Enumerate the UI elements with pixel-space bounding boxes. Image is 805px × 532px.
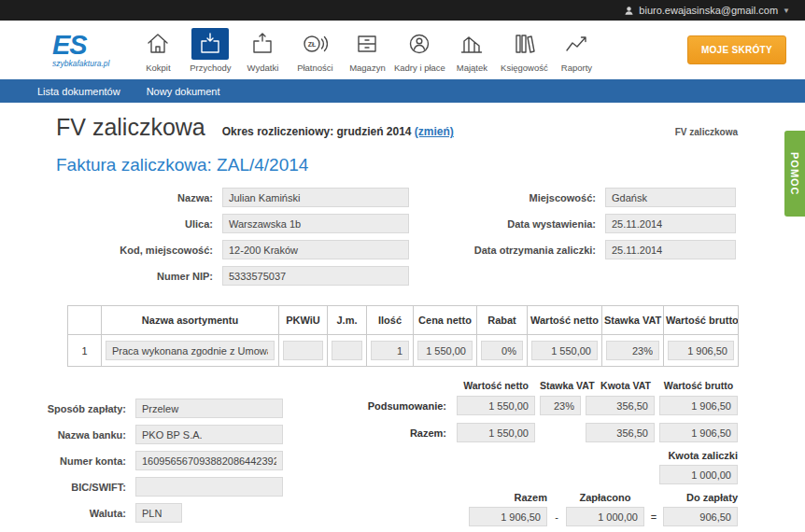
kwota-zaliczki-label: Kwota zaliczki (668, 450, 738, 461)
nazwa-banku-input[interactable] (135, 425, 283, 444)
nav-item-kadry[interactable]: Kadry i płace (393, 28, 445, 73)
svg-text:ZŁ: ZŁ (308, 41, 317, 48)
summary-col-netto: Wartość netto (457, 380, 535, 391)
totals-do-zaplaty-label: Do zapłaty (663, 492, 738, 503)
user-email: biuro.ewajasinska@gmail.com (639, 5, 778, 16)
col-header-pkwiu: PKWiU (279, 306, 328, 335)
nip-input[interactable] (222, 266, 409, 286)
kwota-zaliczki-label-row: Kwota zaliczki (368, 450, 738, 461)
podsumowanie-kwota-vat-input[interactable] (586, 396, 655, 415)
item-jm-input[interactable] (332, 341, 362, 360)
kod-miejscowosc-input[interactable] (222, 240, 409, 259)
data-wystawienia-input[interactable] (605, 214, 736, 233)
user-menu[interactable]: biuro.ewajasinska@gmail.com ▼ (624, 5, 790, 16)
totals-razem-input[interactable] (469, 507, 547, 526)
podsumowanie-label: Podsumowanie: (368, 400, 452, 412)
nip-label: Numer NIP: (56, 271, 222, 282)
subnav: Lista dokumentów Nowy dokument (0, 79, 805, 103)
billing-period: Okres rozliczeniowy: grudzień 2014 (zmie… (222, 125, 454, 138)
row-number: 1 (68, 335, 102, 367)
main-nav: Kokpit Przychody Wydatki ZŁ Płatności (132, 28, 602, 73)
payment-column: Sposób zapłaty: Nazwa banku: Numer konta… (0, 399, 283, 532)
kod-miejscowosc-label: Kod, miejscowość: (56, 245, 222, 256)
main-header: ES szybkafaktura.pl Kokpit Przychody Wyd… (0, 21, 805, 79)
nazwa-input[interactable] (222, 188, 409, 207)
logo[interactable]: ES szybkafaktura.pl (52, 32, 109, 68)
topbar: biuro.ewajasinska@gmail.com ▼ (0, 0, 805, 21)
billing-period-label: Okres rozliczeniowy: (222, 125, 333, 138)
nav-item-magazyn[interactable]: Magazyn (341, 28, 393, 73)
item-qty-input[interactable] (371, 341, 409, 360)
nazwa-banku-label: Nazwa banku: (0, 429, 135, 441)
user-icon (624, 6, 634, 16)
item-pkwiu-input[interactable] (283, 341, 323, 360)
podsumowanie-stawka-input[interactable] (540, 396, 581, 415)
nav-item-label: Kokpit (146, 63, 170, 73)
item-net-price-input[interactable] (417, 341, 473, 360)
miejscowosc-input[interactable] (605, 188, 736, 207)
waluta-input[interactable] (135, 503, 182, 523)
data-zaliczki-input[interactable] (605, 240, 736, 259)
item-vat-rate-input[interactable] (606, 341, 659, 360)
item-net-value-input[interactable] (531, 341, 598, 360)
summary-column: Wartość netto Stawka VAT Kwota VAT Warto… (368, 380, 738, 532)
bic-swift-label: BIC/SWIFT: (0, 482, 135, 493)
home-icon (139, 28, 177, 60)
nav-item-label: Wydatki (247, 63, 279, 73)
nav-item-platnosci[interactable]: ZŁ Płatności (289, 28, 341, 73)
my-shortcuts-button[interactable]: MOJE SKRÓTY (687, 35, 786, 64)
items-table: Nazwa asortymentu PKWiU J.m. Ilość Cena … (67, 305, 739, 367)
subnav-item-nowy-dokument[interactable]: Nowy dokument (134, 79, 233, 103)
nav-item-kokpit[interactable]: Kokpit (132, 28, 184, 73)
invoice-section-title: Faktura zaliczkowa: ZAL/4/2014 (56, 155, 805, 175)
kwota-zaliczki-row (368, 465, 738, 484)
subnav-item-lista-dokumentow[interactable]: Lista dokumentów (24, 79, 134, 103)
totals-zaplacono-input[interactable] (566, 507, 644, 526)
summary-header-row: Wartość netto Stawka VAT Kwota VAT Warto… (368, 380, 738, 391)
razem-label: Razem: (368, 427, 452, 439)
equals-sign: = (649, 511, 658, 523)
nav-item-label: Kadry i płace (394, 63, 445, 73)
podsumowanie-netto-input[interactable] (457, 396, 535, 415)
nav-item-raporty[interactable]: Raporty (550, 28, 602, 73)
help-tab[interactable]: POMOC (784, 131, 805, 217)
nav-item-przychody[interactable]: Przychody (184, 28, 236, 73)
nav-item-wydatki[interactable]: Wydatki (236, 28, 289, 73)
razem-row: Razem: (368, 423, 738, 442)
totals-do-zaplaty-input[interactable] (663, 507, 738, 526)
col-header-rabat: Rabat (477, 306, 528, 335)
kwota-zaliczki-input[interactable] (659, 465, 738, 484)
sposob-zaplaty-input[interactable] (135, 399, 283, 418)
ulica-label: Ulica: (56, 218, 222, 230)
item-gross-value-input[interactable] (668, 341, 734, 360)
miejscowosc-label: Miejscowość: (418, 192, 605, 203)
data-zaliczki-label: Data otrzymania zaliczki: (418, 245, 605, 256)
table-header-row: Nazwa asortymentu PKWiU J.m. Ilość Cena … (68, 306, 739, 335)
table-row: 1 (68, 335, 739, 367)
income-icon (191, 28, 229, 60)
books-icon (505, 28, 543, 60)
numer-konta-input[interactable] (135, 451, 283, 470)
razem-brutto-input[interactable] (659, 423, 738, 442)
totals-header-row: Razem Zapłacono Do zapłaty (368, 492, 738, 503)
podsumowanie-brutto-input[interactable] (659, 396, 738, 415)
billing-period-value: grudzień 2014 (336, 125, 411, 138)
summary-col-stawka: Stawka VAT (540, 380, 592, 391)
nav-item-label: Księgowość (501, 63, 548, 73)
nav-item-ksiegowosc[interactable]: Księgowość (498, 28, 550, 73)
nav-item-label: Majątek (457, 63, 487, 73)
waluta-label: Waluta: (0, 508, 135, 519)
nav-item-label: Raporty (561, 63, 592, 73)
payment-summary-section: Sposób zapłaty: Nazwa banku: Numer konta… (0, 380, 805, 532)
ulica-input[interactable] (222, 214, 409, 233)
item-discount-input[interactable] (481, 341, 523, 360)
change-period-link[interactable]: (zmień) (415, 125, 454, 138)
chart-icon (558, 28, 595, 60)
col-header-ilosc: Ilość (367, 306, 414, 335)
nav-item-majatek[interactable]: Majątek (445, 28, 498, 73)
razem-kwota-vat-input[interactable] (586, 423, 655, 442)
razem-netto-input[interactable] (457, 423, 535, 442)
caret-down-icon: ▼ (783, 7, 790, 15)
item-name-input[interactable] (106, 341, 275, 360)
bic-swift-input[interactable] (135, 477, 283, 497)
